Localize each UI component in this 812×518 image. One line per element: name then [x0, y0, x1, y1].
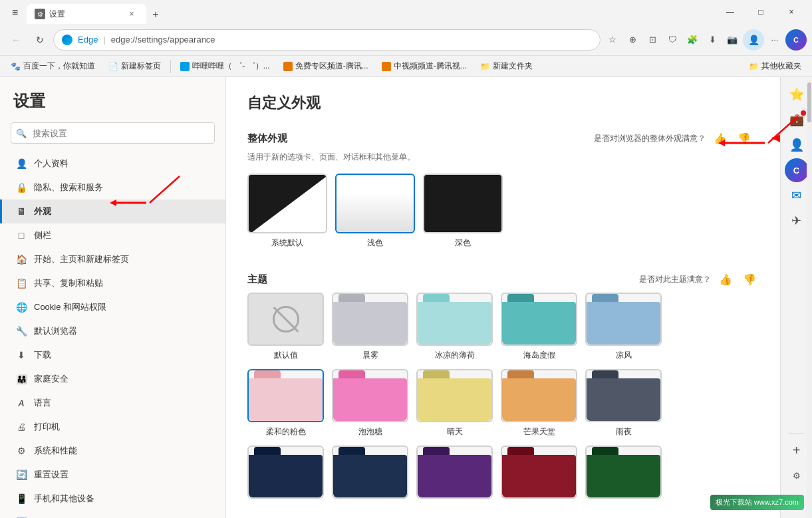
- breeze-theme-label: 凉风: [585, 350, 662, 361]
- bookmark-newtab[interactable]: 📄 新建标签页: [103, 59, 166, 74]
- downloads-toolbar-icon[interactable]: ⬇: [703, 31, 722, 49]
- scrollbar-track[interactable]: [807, 80, 812, 518]
- thumbs-up-overall[interactable]: 👍: [711, 129, 730, 148]
- theme-card-purple[interactable]: [416, 446, 493, 503]
- briefcase-sidebar-btn[interactable]: 💼: [785, 108, 809, 132]
- sidebar-item-downloads[interactable]: ⬇ 下载: [0, 343, 225, 367]
- theme-card-rainy[interactable]: 雨夜: [585, 369, 662, 438]
- pink-theme-label: 柔和的粉色: [247, 426, 324, 438]
- thumbs-up-themes[interactable]: 👍: [716, 270, 735, 289]
- theme-card-pink[interactable]: 柔和的粉色: [247, 369, 324, 438]
- screenshot-icon[interactable]: 📷: [723, 31, 742, 49]
- rainy-theme-preview: [585, 369, 662, 422]
- browser-essentials-icon[interactable]: 🛡: [663, 31, 682, 49]
- sidebar-icon: □: [15, 229, 27, 241]
- minimize-button[interactable]: —: [715, 0, 745, 24]
- theme-card-breeze[interactable]: 凉风: [585, 293, 662, 361]
- bookmark-tencent1[interactable]: 免费专区频道-腾讯...: [278, 59, 374, 74]
- sidebar-item-start[interactable]: 🏠 开始、主页和新建标签页: [0, 247, 225, 271]
- profile-sidebar-btn[interactable]: 👤: [785, 133, 809, 157]
- sidebar-item-mobile[interactable]: 📱 手机和其他设备: [0, 487, 225, 511]
- bookmark-baidu[interactable]: 🐾 百度一下，你就知道: [5, 59, 100, 74]
- back-button[interactable]: ←: [5, 29, 27, 51]
- sidebar-item-language[interactable]: A 语言: [0, 391, 225, 415]
- sunny-theme-preview: [416, 369, 493, 422]
- theme-card-default[interactable]: 默认值: [247, 293, 324, 361]
- mint-theme-preview: [416, 293, 493, 346]
- extensions-icon[interactable]: 🧩: [683, 31, 702, 49]
- sidebar-label-appearance: 外观: [34, 205, 51, 217]
- tencent1-icon: [283, 62, 293, 71]
- mint-theme-label: 冰凉的薄荷: [416, 350, 493, 361]
- bubble-theme-label: 泡泡糖: [332, 426, 408, 438]
- content-area: 自定义外观 整体外观 是否对浏览器的整体外观满意？ 👍 👎: [226, 77, 780, 518]
- sidebar-item-reset[interactable]: 🔄 重置设置: [0, 463, 225, 487]
- sunny-theme-label: 晴天: [416, 426, 493, 438]
- thumbs-down-overall[interactable]: 👎: [735, 129, 753, 148]
- theme-light[interactable]: 浅色: [335, 174, 415, 249]
- theme-card-green[interactable]: [585, 446, 662, 503]
- theme-system-default[interactable]: 系统默认: [247, 174, 327, 249]
- tab-title: 设置: [49, 9, 65, 20]
- thumbs-down-themes[interactable]: 👎: [740, 270, 759, 289]
- theme-card-red[interactable]: [501, 446, 577, 503]
- bubble-theme-preview: [332, 369, 408, 422]
- theme-card-island[interactable]: 海岛度假: [501, 293, 577, 361]
- tab-close-button[interactable]: ×: [125, 7, 138, 21]
- customize-sidebar-btn[interactable]: ⚙: [785, 463, 809, 487]
- other-bookmarks[interactable]: 📁 其他收藏夹: [744, 59, 807, 74]
- more-tools-button[interactable]: ···: [765, 31, 784, 49]
- theme-card-sunny[interactable]: 晴天: [416, 369, 493, 438]
- maximize-button[interactable]: □: [745, 0, 776, 24]
- favorites-sidebar-btn[interactable]: ⭐: [785, 82, 809, 106]
- close-window-button[interactable]: ×: [776, 0, 807, 24]
- bookmark-bilibili[interactable]: 哔哩哔哩（ ゜- ゜）...: [175, 59, 275, 74]
- sidebar-item-profile[interactable]: 👤 个人资料: [0, 152, 225, 176]
- send-sidebar-btn[interactable]: ✈: [785, 209, 809, 233]
- new-tab-button[interactable]: +: [146, 5, 165, 24]
- theme-card-navy1[interactable]: [247, 446, 324, 503]
- refresh-button[interactable]: ↻: [29, 29, 51, 51]
- sidebar-item-family[interactable]: 👨‍👩‍👧 家庭安全: [0, 367, 225, 391]
- sidebar-item-print[interactable]: 🖨 打印机: [0, 415, 225, 439]
- tab-favicon: ⚙: [35, 9, 45, 19]
- address-bar[interactable]: Edge | edge://settings/appearance: [53, 29, 601, 51]
- search-input[interactable]: [11, 122, 215, 144]
- add-sidebar-btn[interactable]: +: [785, 438, 809, 462]
- search-icon: 🔍: [16, 128, 27, 138]
- sidebar-item-browser[interactable]: 🔧 默认浏览器: [0, 319, 225, 343]
- theme-dark[interactable]: 深色: [423, 174, 503, 249]
- split-screen-icon[interactable]: ⊡: [643, 31, 662, 49]
- titlebar: ⊞ ⚙ 设置 × + — □ ×: [0, 0, 812, 24]
- theme-card-navy2[interactable]: [332, 446, 408, 503]
- copilot-button[interactable]: C: [785, 29, 807, 51]
- favorites-icon[interactable]: ☆: [603, 31, 622, 49]
- edge-copilot-sidebar-btn[interactable]: C: [785, 158, 809, 182]
- sidebar-item-system[interactable]: ⚙ 系统和性能: [0, 439, 225, 463]
- profile-button[interactable]: 👤: [743, 29, 764, 51]
- bookmark-folder[interactable]: 📁 新建文件夹: [475, 59, 538, 74]
- theme-card-mango[interactable]: 芒果天堂: [501, 369, 577, 438]
- theme-card-mint[interactable]: 冰凉的薄荷: [416, 293, 493, 361]
- sidebar-item-share[interactable]: 📋 共享、复制和粘贴: [0, 271, 225, 295]
- tencent2-icon: [382, 62, 391, 71]
- sidebar-item-accessibility[interactable]: ♿ 辅助功能: [0, 511, 225, 518]
- light-label: 浅色: [335, 237, 415, 249]
- window-control-sidebar[interactable]: ⊞: [5, 3, 24, 21]
- active-tab[interactable]: ⚙ 设置 ×: [27, 4, 146, 24]
- theme-card-mist[interactable]: 晨雾: [332, 293, 408, 361]
- sidebar-label-downloads: 下载: [34, 349, 51, 361]
- sidebar-item-appearance[interactable]: 🖥 外观: [0, 199, 225, 223]
- bookmark-tencent2[interactable]: 中视频频道-腾讯视...: [376, 59, 472, 74]
- sidebar-item-sidebar[interactable]: □ 侧栏: [0, 223, 225, 247]
- outlook-sidebar-btn[interactable]: ✉: [785, 184, 809, 207]
- sidebar-item-privacy[interactable]: 🔒 隐私、搜索和服务: [0, 176, 225, 199]
- theme-card-bubble[interactable]: 泡泡糖: [332, 369, 408, 438]
- tencent1-label: 免费专区频道-腾讯...: [295, 61, 368, 72]
- collections-icon[interactable]: ⊕: [623, 31, 642, 49]
- sidebar-label-system: 系统和性能: [34, 445, 77, 457]
- newtab-icon: 📄: [108, 62, 118, 71]
- sidebar-item-cookies[interactable]: 🌐 Cookie 和网站权限: [0, 295, 225, 319]
- arrow-annotation: [765, 128, 780, 148]
- scrollbar-thumb[interactable]: [807, 82, 811, 122]
